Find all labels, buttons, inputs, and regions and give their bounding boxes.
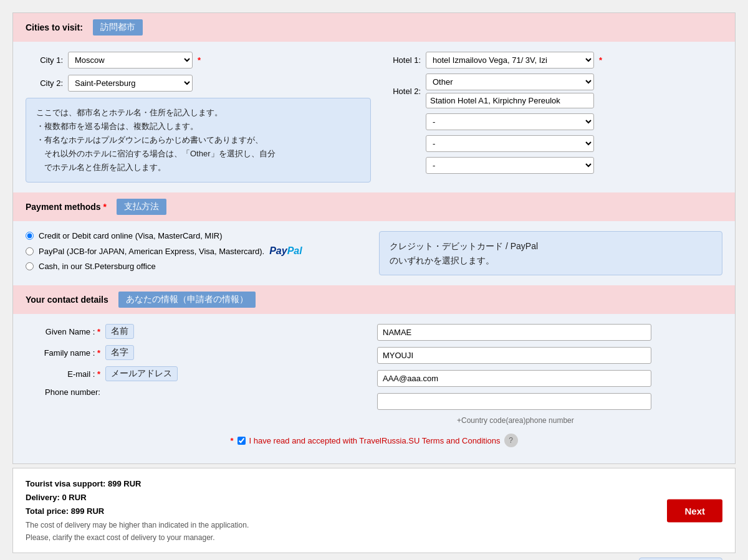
email-jp: メールアドレス xyxy=(105,366,178,381)
hotel3-row: - Other xyxy=(377,113,722,130)
cities-right: Hotel 1: hotel Izmailovo Vega, 71/ 3V, I… xyxy=(377,52,722,183)
contact-header: Your contact details あなたの情報（申請者の情報） xyxy=(13,285,735,314)
contact-header-jp: あなたの情報（申請者の情報） xyxy=(118,292,256,308)
payment-option2-row: PayPal (JCB-for JAPAN, American Express,… xyxy=(26,245,369,257)
footer-bar: Tourist visa support: 899 RUR Delivery: … xyxy=(12,468,736,553)
given-name-input-row xyxy=(377,324,722,341)
cities-tooltip: ここでは、都市名とホテル名・住所を記入します。 ・複数都市を巡る場合は、複数記入… xyxy=(26,98,371,183)
payment-option1-label: Credit or Debit card online (Visa, Maste… xyxy=(39,231,223,240)
phone-input-row xyxy=(377,393,722,410)
footer-line2: Delivery: 0 RUR xyxy=(26,493,87,502)
payment-radio-card[interactable] xyxy=(26,232,34,240)
payment-option1-row: Credit or Debit card online (Visa, Maste… xyxy=(26,231,369,240)
attribution-box: 訳：ひつじゃいる xyxy=(639,558,722,560)
terms-text: I have read and accepted with TravelRuss… xyxy=(249,436,501,445)
cities-header-title: Cities to visit: xyxy=(26,22,83,32)
phone-hint: +Country code(area)phone number xyxy=(457,416,722,425)
hotel5-row: - Other xyxy=(377,157,722,174)
city1-required: * xyxy=(198,55,201,65)
hotel2-row: Hotel 2: Other - Station Hotel A1, Kirpi… xyxy=(377,74,722,108)
given-name-row: Given Name : * 名前 xyxy=(26,324,371,339)
hotel2-input[interactable] xyxy=(426,93,594,108)
payment-radio-cash[interactable] xyxy=(26,262,34,270)
hotel4-row: - Other xyxy=(377,135,722,152)
payment-option3-row: Cash, in our St.Petersburg office xyxy=(26,262,369,271)
phone-input[interactable] xyxy=(377,393,651,410)
hotel1-select[interactable]: hotel Izmailovo Vega, 71/ 3V, Izi Other … xyxy=(426,52,594,69)
contact-right: +Country code(area)phone number xyxy=(377,324,722,425)
footer-text: Tourist visa support: 899 RUR Delivery: … xyxy=(26,477,722,544)
payment-option3-label: Cash, in our St.Petersburg office xyxy=(39,262,156,271)
hotel1-required: * xyxy=(599,55,602,65)
given-name-input[interactable] xyxy=(377,324,651,341)
terms-star: * xyxy=(230,436,233,445)
family-name-input[interactable] xyxy=(377,347,651,364)
payment-header: Payment methods * 支払方法 xyxy=(13,192,735,221)
hotel1-row: Hotel 1: hotel Izmailovo Vega, 71/ 3V, I… xyxy=(377,52,722,69)
footer-line1: Tourist visa support: 899 RUR xyxy=(26,479,141,488)
payment-option2-label: PayPal (JCB-for JAPAN, American Express,… xyxy=(39,247,264,256)
email-input[interactable] xyxy=(377,370,651,387)
hotel2-label: Hotel 2: xyxy=(377,87,421,96)
terms-row: * I have read and accepted with TravelRu… xyxy=(26,434,722,453)
payment-header-title: Payment methods * xyxy=(26,202,107,212)
cities-body: City 1: Moscow Saint-Petersburg Kazan So… xyxy=(13,42,735,192)
hotel3-select[interactable]: - Other xyxy=(426,113,594,130)
hotel1-label: Hotel 1: xyxy=(377,55,421,65)
phone-row: Phone number: xyxy=(26,387,371,397)
contact-left: Given Name : * 名前 Family name : * 名字 E-m… xyxy=(26,324,371,425)
email-label: E-mail : * xyxy=(26,369,100,379)
contact-body: Given Name : * 名前 Family name : * 名字 E-m… xyxy=(13,314,735,463)
city2-row: City 2: Saint-Petersburg Moscow Kazan So… xyxy=(26,75,371,92)
payment-tooltip: クレジット・デビットカード / PayPal のいずれかを選択します。 xyxy=(379,231,722,275)
city2-label: City 2: xyxy=(26,78,63,88)
footer-line5: Please, clarify the exact cost of delive… xyxy=(26,531,722,544)
cities-header-jp: 訪問都市 xyxy=(93,19,143,36)
hotel4-select[interactable]: - Other xyxy=(426,135,594,152)
city2-select[interactable]: Saint-Petersburg Moscow Kazan Sochi xyxy=(68,75,193,92)
payment-header-jp: 支払方法 xyxy=(117,199,166,215)
cities-left: City 1: Moscow Saint-Petersburg Kazan So… xyxy=(26,52,371,183)
question-icon: ? xyxy=(504,434,518,447)
payment-body: Credit or Debit card online (Visa, Maste… xyxy=(13,221,735,285)
city1-label: City 1: xyxy=(26,55,63,65)
hotel5-select[interactable]: - Other xyxy=(426,157,594,174)
hotel2-select[interactable]: Other - Station Hotel A1, Kirpichny Pere… xyxy=(426,74,594,90)
contact-grid: Given Name : * 名前 Family name : * 名字 E-m… xyxy=(26,324,722,425)
given-name-label: Given Name : * xyxy=(26,327,100,336)
family-name-label: Family name : * xyxy=(26,348,100,358)
payment-radio-paypal[interactable] xyxy=(26,247,34,255)
family-name-jp: 名字 xyxy=(105,345,134,360)
family-name-row: Family name : * 名字 xyxy=(26,345,371,360)
email-row: E-mail : * メールアドレス xyxy=(26,366,371,381)
terms-checkbox[interactable] xyxy=(237,437,246,445)
city1-select[interactable]: Moscow Saint-Petersburg Kazan Sochi xyxy=(68,52,193,69)
given-name-jp: 名前 xyxy=(105,324,134,339)
next-button[interactable]: Next xyxy=(667,499,722,522)
email-input-row xyxy=(377,370,722,387)
payment-options: Credit or Debit card online (Visa, Maste… xyxy=(26,231,369,275)
payment-required-star: * xyxy=(103,202,106,212)
cities-header: Cities to visit: 訪問都市 xyxy=(13,13,735,42)
family-name-input-row xyxy=(377,347,722,364)
city1-row: City 1: Moscow Saint-Petersburg Kazan So… xyxy=(26,52,371,69)
footer-line4: The cost of delivery may be higher than … xyxy=(26,519,722,531)
paypal-logo: PayPal xyxy=(269,245,302,257)
phone-label: Phone number: xyxy=(26,387,100,397)
footer-line3: Total price: 899 RUR xyxy=(26,506,104,516)
contact-header-title: Your contact details xyxy=(26,295,108,305)
